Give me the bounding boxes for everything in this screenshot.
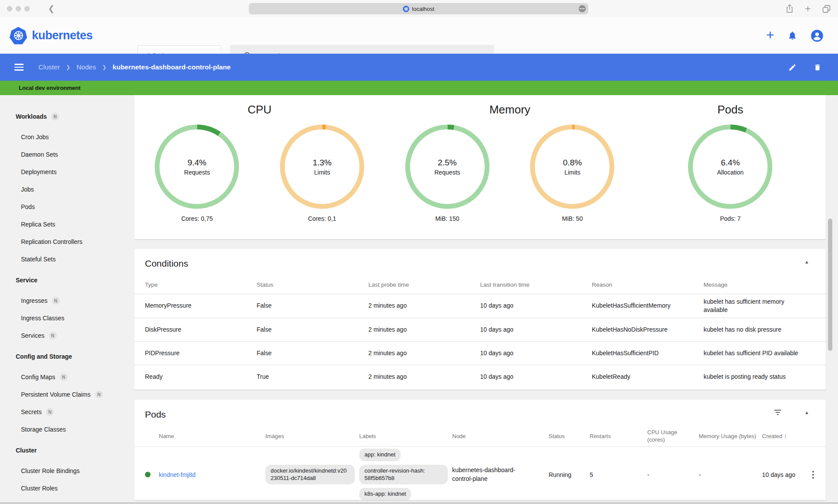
sidebar-item-config-maps[interactable]: Config MapsN [0, 368, 134, 386]
condition-cell: True [257, 369, 368, 384]
breadcrumb: Cluster❯Nodes❯kubernetes-dashboard-contr… [38, 63, 230, 71]
address-bar[interactable]: localhost ••• [249, 3, 588, 14]
minimize-window-icon[interactable] [16, 6, 21, 11]
sidebar-item-ingresses[interactable]: IngressesN [0, 292, 134, 309]
donut-percent: 2.5% [438, 158, 457, 168]
environment-banner-text: Local dev environment [19, 85, 81, 91]
chevron-right-icon: ❯ [102, 64, 106, 70]
sidebar-item-secrets[interactable]: SecretsN [0, 403, 134, 421]
breadcrumb-link-nodes[interactable]: Nodes [76, 63, 96, 71]
conditions-column-message: Message [704, 281, 815, 288]
breadcrumb-current: kubernetes-dashboard-control-plane [113, 63, 230, 71]
donut-caption: Pods: 7 [720, 215, 741, 222]
pod-node-cell: kubernetes-dashboard-control-plane [452, 466, 549, 483]
sidebar-item-jobs[interactable]: Jobs [0, 181, 134, 198]
pods-collapse-icon[interactable]: ▲ [804, 410, 809, 415]
condition-cell: PIDPressure [145, 346, 257, 361]
chart-group-title: CPU [134, 103, 385, 120]
chart-group-title: Pods [635, 103, 826, 120]
donut-caption: MiB: 150 [435, 215, 459, 222]
namespaced-badge: N [52, 297, 60, 305]
condition-row-diskpressure: DiskPressureFalse2 minutes ago10 days ag… [134, 318, 826, 342]
site-favicon [403, 6, 409, 12]
kebab-menu-icon[interactable] [805, 471, 821, 479]
donut-percent: 0.8% [563, 158, 582, 168]
sidebar-section-config-and-storage: Config and Storage [0, 348, 134, 365]
conditions-column-last-probe-time: Last probe time [368, 281, 480, 288]
label-chip: controller-revision-hash: 58f5b657b8 [359, 465, 448, 485]
sidebar-item-persistent-volume-claims[interactable]: Persistent Volume ClaimsN [0, 386, 134, 403]
condition-cell: 2 minutes ago [368, 346, 480, 361]
pods-column-created[interactable]: Created↑ [762, 433, 805, 440]
zoom-window-icon[interactable] [24, 6, 30, 11]
condition-row-memorypressure: MemoryPressureFalse2 minutes ago10 days … [134, 294, 826, 318]
new-tab-icon[interactable] [804, 4, 812, 13]
condition-cell: 2 minutes ago [368, 369, 480, 384]
sidebar-item-pods[interactable]: Pods [0, 198, 134, 216]
conditions-header-row: TypeStatusLast probe timeLast transition… [134, 276, 826, 294]
condition-cell: Ready [145, 369, 257, 384]
user-account-icon[interactable] [811, 29, 824, 42]
sidebar-item-replica-sets[interactable]: Replica Sets [0, 216, 134, 233]
traffic-lights[interactable] [7, 6, 30, 11]
kubernetes-logo[interactable]: kubernetes [10, 27, 93, 45]
condition-cell: KubeletHasNoDiskPressure [592, 322, 704, 337]
conditions-collapse-icon[interactable]: ▲ [804, 259, 809, 264]
pod-status-dot-cell [134, 472, 159, 477]
url-text: localhost [412, 6, 434, 12]
condition-cell: KubeletReady [592, 369, 704, 384]
pod-created-cell: 10 days ago [762, 471, 805, 478]
create-resource-button[interactable]: + [766, 28, 774, 42]
delete-trash-icon[interactable] [814, 63, 821, 72]
donut-percent: 6.4% [721, 158, 740, 168]
sidebar-item-cluster-role-bindings[interactable]: Cluster Role Bindings [0, 462, 134, 480]
pods-card: Pods ▲ NameImagesLabelsNodeStatusRestart… [134, 400, 826, 500]
filter-list-icon[interactable] [774, 409, 782, 415]
pod-memory-cell: - [699, 471, 762, 478]
sidebar-item-daemon-sets[interactable]: Daemon Sets [0, 146, 134, 163]
conditions-column-type: Type [145, 281, 257, 288]
notifications-bell-icon[interactable] [787, 31, 797, 41]
condition-row-ready: ReadyTrue2 minutes ago10 days agoKubelet… [134, 365, 826, 389]
usage-charts-card: CPU9.4%RequestsCores: 0,751.3%LimitsCore… [134, 95, 826, 239]
condition-cell: False [257, 298, 368, 313]
donut-label: Requests [434, 169, 460, 176]
pod-name-link[interactable]: kindnet-fmj8d [159, 471, 196, 478]
menu-hamburger-icon[interactable] [14, 64, 24, 71]
image-chip: docker.io/kindest/kindnetd:v20230511-dc7… [265, 465, 355, 485]
sidebar-item-cluster-roles[interactable]: Cluster Roles [0, 480, 134, 497]
pods-column-name: Name [159, 433, 265, 440]
chart-group-pods: Pods6.4%AllocationPods: 7 [635, 103, 826, 239]
share-icon[interactable] [785, 4, 794, 14]
pods-column-restarts: Restarts [590, 433, 647, 440]
edit-pencil-icon[interactable] [788, 63, 797, 72]
tab-overview-icon[interactable] [822, 4, 831, 14]
pod-actions-cell [805, 471, 826, 479]
sidebar-item-storage-classes[interactable]: Storage Classes [0, 421, 134, 438]
close-window-icon[interactable] [7, 6, 12, 11]
donut-label: Limits [314, 169, 330, 176]
conditions-title: Conditions [134, 249, 826, 276]
breadcrumb-link-cluster[interactable]: Cluster [38, 63, 60, 71]
page-scrollbar[interactable] [828, 219, 832, 351]
sidebar-item-deployments[interactable]: Deployments [0, 163, 134, 181]
pods-column-status: Status [549, 433, 590, 440]
sidebar-item-cron-jobs[interactable]: Cron Jobs [0, 128, 134, 146]
condition-cell: DiskPressure [145, 322, 257, 337]
pod-images-cell: docker.io/kindest/kindnetd:v20230511-dc7… [265, 465, 359, 485]
namespaced-badge: N [46, 408, 54, 416]
sidebar-item-services[interactable]: ServicesN [0, 327, 134, 344]
donut-caption: Cores: 0,75 [181, 215, 213, 222]
sidebar-item-stateful-sets[interactable]: Stateful Sets [0, 250, 134, 268]
sidebar-item-ingress-classes[interactable]: Ingress Classes [0, 309, 134, 327]
address-bar-more-icon[interactable]: ••• [579, 5, 586, 12]
sort-ascending-icon: ↑ [784, 433, 787, 439]
sidebar-item-replication-controllers[interactable]: Replication Controllers [0, 233, 134, 250]
conditions-rows: MemoryPressureFalse2 minutes ago10 days … [134, 294, 826, 389]
pod-status-cell: Running [549, 471, 590, 478]
pods-column-memory-usage-bytes-: Memory Usage (bytes) [699, 433, 762, 440]
condition-cell: kubelet has sufficient PID available [704, 346, 815, 361]
browser-back-icon[interactable]: ❮ [48, 5, 55, 13]
condition-cell: 10 days ago [480, 322, 592, 337]
kubernetes-helm-icon [10, 27, 27, 45]
